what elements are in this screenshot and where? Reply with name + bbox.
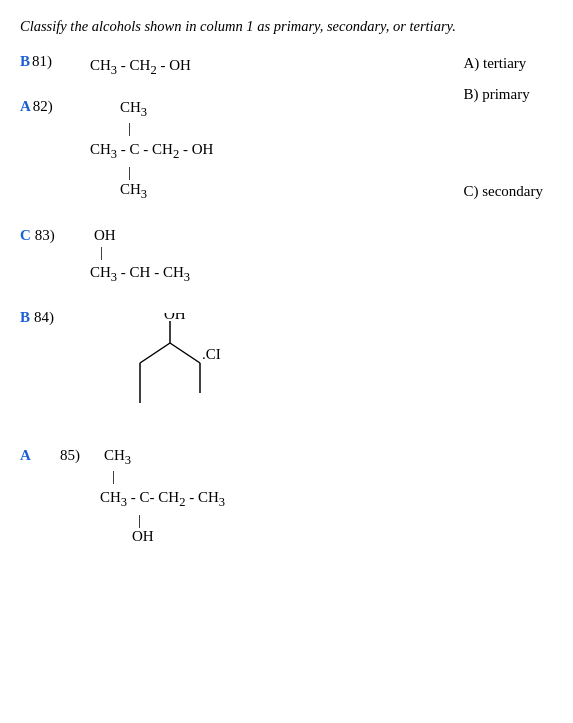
question-83: C 83) OH | CH3 - CH - CH3 [20,227,553,288]
q84-number: 84) [34,309,54,326]
q83-label-num: C 83) [20,227,90,244]
svg-line-1 [140,343,170,363]
q82-top-ch3: CH3 [120,98,147,120]
q84-label-num: B 84) [20,309,90,326]
q82-label-num: A 82) [20,98,90,115]
q85-letter: A [20,447,31,464]
q81-label-num: B 81) [20,53,90,70]
q82-main-chain: CH3 - C - CH2 - OH [90,137,213,164]
q83-letter: C [20,227,31,244]
q81-structure: CH3 - CH2 - OH [90,53,191,80]
q82-bottom-bond: | [128,164,131,181]
q85-top-ch3: CH3 [104,447,131,468]
q85-oh: OH [132,528,154,545]
q85-number: 85) [60,447,80,463]
q83-structure: OH | CH3 - CH - CH3 [90,227,190,288]
q85-letter-col: A [20,447,60,464]
q82-number: 82) [33,98,53,115]
q83-chain: CH3 - CH - CH3 [90,260,190,287]
svg-text:OH: OH [164,313,186,322]
q84-letter: B [20,309,30,326]
q85-number-col: 85) [60,447,100,464]
q82-top-bond: | [128,120,131,137]
svg-text:.CI: .CI [202,346,221,362]
q85-top-bond: | [112,468,115,485]
q83-oh: OH [94,227,116,244]
q82-structure: CH3 | CH3 - C - CH2 - OH | CH3 [90,98,213,203]
svg-line-2 [170,343,200,363]
q81-number: 81) [32,53,52,70]
q84-svg: OH .CI [90,313,260,423]
question-81: B 81) CH3 - CH2 - OH [20,53,553,80]
instruction-text: Classify the alcohols shown in column 1 … [20,18,553,35]
question-84: B 84) OH .CI [20,309,553,427]
question-82: A 82) CH3 | CH3 - C - CH2 - OH | CH3 [20,98,553,203]
q82-bottom-ch3: CH3 [120,180,147,202]
q85-bottom-bond: | [138,512,141,529]
q83-number: 83) [35,227,55,244]
question-85: A 85) CH3 | CH3 - C- CH2 - CH3 | OH [20,447,553,545]
q85-structure: CH3 | CH3 - C- CH2 - CH3 | OH [100,447,225,545]
q85-main-chain: CH3 - C- CH2 - CH3 [100,485,225,512]
q81-letter: B [20,53,30,70]
q82-letter: A [20,98,31,115]
q83-bond: | [100,244,103,261]
q84-structure: OH .CI [90,313,260,427]
